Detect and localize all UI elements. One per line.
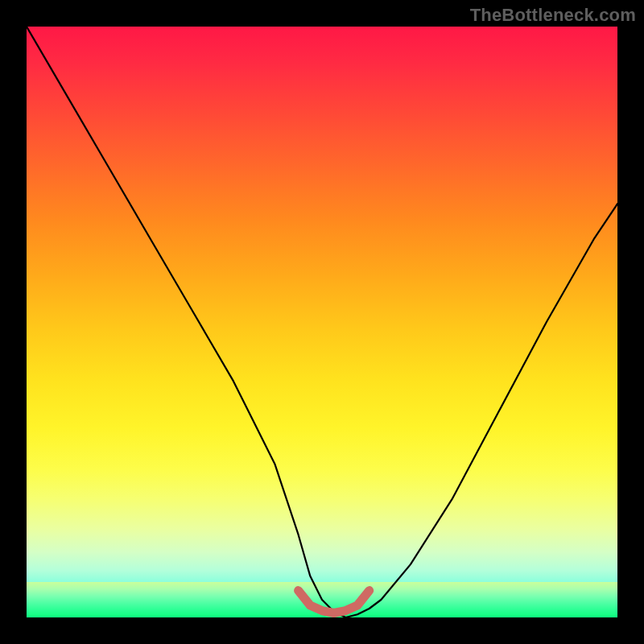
watermark-text: TheBottleneck.com [470,5,636,26]
plot-area [27,27,617,617]
bottleneck-curve [27,27,617,617]
chart-frame: TheBottleneck.com [0,0,644,644]
